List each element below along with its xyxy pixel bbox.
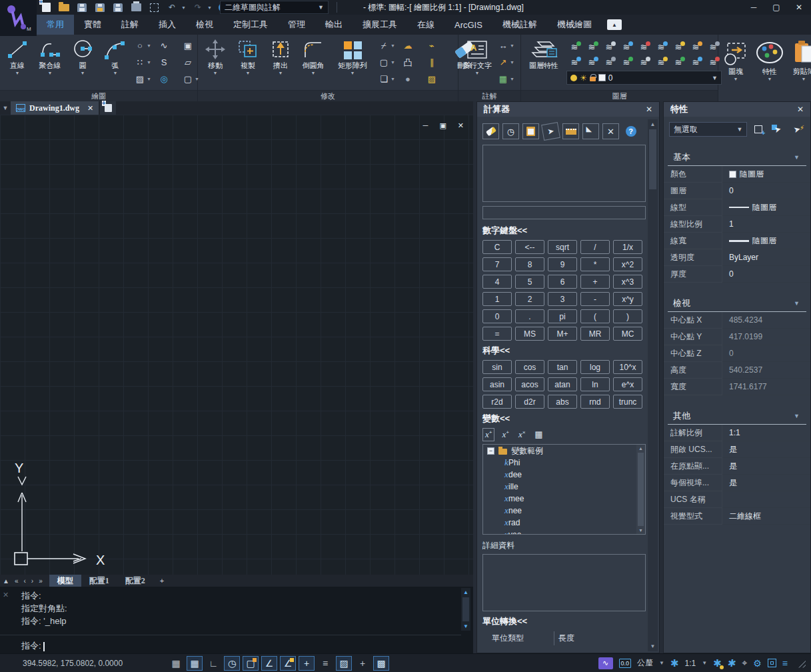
variable-row[interactable]: xvee — [483, 529, 645, 535]
selection-cycling-icon[interactable]: + — [355, 656, 371, 671]
sci-key-10x[interactable]: 10^x — [613, 360, 642, 374]
block-button[interactable]: 圖塊 ▼ — [720, 37, 751, 99]
calc-key-ms[interactable]: MS — [515, 327, 544, 341]
scroll-thumb[interactable] — [649, 129, 656, 189]
property-value[interactable]: 1:1 — [722, 425, 810, 441]
layer-properties-button[interactable]: 圖層特性 — [523, 37, 564, 89]
rect-array-button[interactable]: 矩形陣列 ▼ — [331, 37, 375, 89]
sci-key-rnd[interactable]: rnd — [580, 395, 610, 409]
scroll-thumb[interactable] — [462, 597, 469, 621]
units-dropdown-icon[interactable]: ▼ — [659, 660, 664, 666]
ribbon-tab-3[interactable]: 註解 — [111, 15, 149, 35]
calc-key-[interactable]: + — [580, 275, 610, 289]
numpad-section-label[interactable]: 數字鍵盤<< — [482, 225, 646, 237]
ribbon-tab-6[interactable]: 定制工具 — [223, 15, 278, 35]
calculator-history-box[interactable] — [482, 145, 646, 202]
section-header[interactable]: 檢視▼ — [668, 297, 806, 312]
viewport-restore-icon[interactable]: ▣ — [439, 121, 446, 130]
property-value[interactable]: 是 — [722, 475, 810, 491]
layer-tool-icon[interactable]: ≋ — [653, 55, 669, 69]
join-button[interactable]: 凸 — [401, 55, 423, 71]
layer-tool-icon[interactable]: ≋ — [618, 55, 634, 69]
grid-display-icon[interactable]: ▦ — [187, 656, 203, 671]
variables-section-label[interactable]: 變數<< — [482, 413, 646, 425]
property-value[interactable]: 540.2537 — [722, 362, 810, 379]
selection-select[interactable]: 無選取 ▼ — [669, 122, 747, 137]
variable-row[interactable]: xmee — [483, 493, 645, 505]
revcloud-button[interactable]: ∿ — [157, 38, 179, 54]
revcloud-edit-button[interactable]: ☁ — [401, 38, 423, 54]
calc-key-x3[interactable]: x^3 — [613, 275, 642, 289]
ellipse-button[interactable]: ○▼ — [133, 38, 155, 54]
calc-key-[interactable]: . — [515, 309, 544, 323]
next-layout-icon[interactable]: › — [29, 577, 36, 585]
ribbon-tab-10[interactable]: 在線 — [407, 15, 444, 35]
ribbon-tab-2[interactable]: 實體 — [74, 15, 111, 35]
calc-key-[interactable]: * — [580, 257, 610, 271]
ribbon-tab-11[interactable]: ArcGIS — [444, 15, 492, 35]
new-icon[interactable] — [40, 2, 52, 13]
maximize-icon[interactable]: ▢ — [767, 1, 786, 14]
calc-key-sqrt[interactable]: sqrt — [548, 240, 577, 254]
property-value[interactable] — [722, 491, 810, 508]
settings-gear-icon[interactable]: ⚙ — [753, 658, 762, 669]
clear-history-icon[interactable] — [482, 123, 499, 139]
point-button[interactable]: ∷▼ — [133, 55, 155, 71]
offset-button[interactable]: ▢▼ — [377, 55, 399, 71]
history-icon[interactable]: ◷ — [502, 123, 519, 139]
layout-tab-3[interactable]: 配置2 — [117, 575, 153, 587]
calc-key-[interactable]: ( — [580, 309, 610, 323]
object-snap-tracking-icon[interactable]: ∠ — [280, 656, 296, 671]
panel-label-layers[interactable]: 圖層 — [521, 90, 718, 101]
layer-tool-icon[interactable]: ≋ — [601, 40, 617, 54]
units-section-label[interactable]: 單位轉換<< — [482, 615, 646, 627]
scroll-up-icon[interactable]: ▲ — [638, 445, 643, 452]
polyline-button[interactable]: 聚合線 ▼ — [35, 37, 65, 89]
redo-icon[interactable]: ↷ — [192, 2, 204, 13]
explode-button[interactable]: ● — [401, 71, 423, 87]
first-layout-icon[interactable]: « — [12, 577, 21, 585]
ribbon-tab-4[interactable]: 插入 — [149, 15, 186, 35]
calc-key-[interactable]: ) — [613, 309, 642, 323]
copy-button[interactable]: 複製 ▼ — [233, 37, 263, 89]
dropdown-icon[interactable]: ▼ — [351, 71, 355, 75]
panel-label-draw[interactable]: 繪圖 — [0, 90, 197, 101]
command-expand-icon[interactable]: ▲ — [0, 577, 12, 585]
dropdown-icon[interactable]: ▼ — [246, 71, 251, 75]
ribbon-tab-5[interactable]: 檢視 — [186, 15, 223, 35]
units-type-header[interactable]: 單位類型 — [488, 631, 554, 645]
prev-layout-icon[interactable]: ‹ — [21, 577, 28, 585]
calc-key-xy[interactable]: x^y — [613, 292, 642, 306]
document-close-icon[interactable]: ✕ — [87, 104, 93, 113]
command-close-icon[interactable]: ✕ — [3, 591, 9, 599]
selection-filter-icon[interactable]: ⌖ — [742, 657, 747, 669]
ribbon-tab-8[interactable]: 輸出 — [315, 15, 353, 35]
new-variable-icon[interactable]: x+ — [482, 428, 494, 441]
unit-format-icon[interactable]: 0.0 — [619, 659, 632, 668]
layer-tool-icon[interactable]: ≋ — [636, 55, 652, 69]
scroll-thumb[interactable] — [638, 453, 644, 526]
auto-annotation-icon[interactable]: ✱ — [727, 657, 737, 669]
hatch-edit-button[interactable]: ▨ — [424, 71, 447, 87]
sci-key-trunc[interactable]: trunc — [613, 395, 642, 409]
layout-tab-1[interactable]: 模型 — [49, 575, 81, 587]
fillet-button[interactable]: 倒圓角 ▼ — [298, 37, 329, 89]
viewport-minimize-icon[interactable]: ─ — [423, 121, 428, 130]
get-angle-icon[interactable] — [582, 123, 599, 139]
property-value[interactable]: 1741.6177 — [722, 379, 810, 395]
property-value[interactable]: 417.0199 — [722, 329, 810, 345]
hatch-button[interactable]: ▨▼ — [133, 71, 155, 87]
mtext-button[interactable]: A 多行文字 ▼ — [460, 37, 494, 89]
calc-key-m[interactable]: M+ — [548, 327, 577, 341]
dropdown-icon[interactable]: ▼ — [15, 71, 20, 75]
delete-variable-icon[interactable]: x× — [516, 429, 527, 441]
move-button[interactable]: 移動 ▼ — [200, 37, 231, 89]
layer-select[interactable]: ☀ 0 ▼ — [566, 71, 722, 85]
sci-key-ln[interactable]: ln — [580, 377, 610, 391]
save-icon[interactable] — [76, 2, 88, 13]
property-value[interactable]: 0 — [722, 266, 810, 283]
calculator-titlebar[interactable]: 計算器 ✕ — [477, 102, 659, 117]
dropdown-icon[interactable]: ▼ — [768, 77, 772, 81]
sci-key-cos[interactable]: cos — [515, 360, 544, 374]
sci-key-abs[interactable]: abs — [548, 395, 577, 409]
